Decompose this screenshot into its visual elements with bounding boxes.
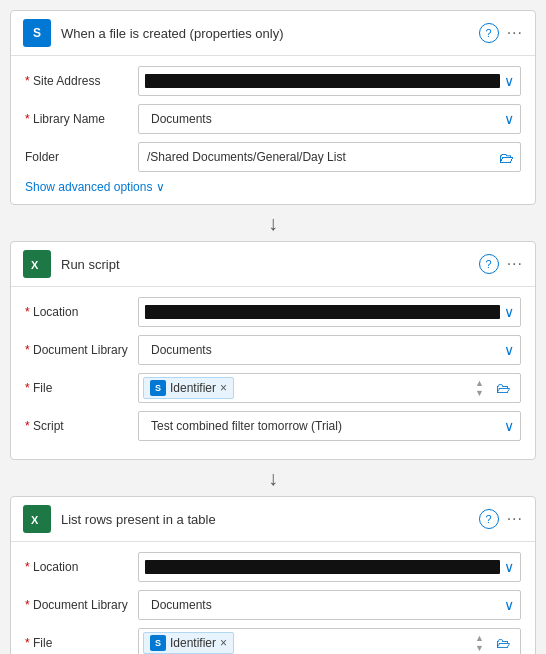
card2-doc-library-value: Documents	[145, 339, 500, 361]
svg-text:X: X	[31, 514, 39, 526]
card3-header: X List rows present in a table ? ···	[11, 497, 535, 542]
card1-library-name-label: Library Name	[25, 112, 130, 126]
card2-script-value: Test combined filter tomorrow (Trial)	[145, 415, 500, 437]
card2-location-input[interactable]: ∨	[138, 297, 521, 327]
excel-icon2: X	[29, 511, 45, 527]
card1-folder-input[interactable]: /Shared Documents/General/Day List 🗁	[138, 142, 521, 172]
card2-location-label: Location	[25, 305, 130, 319]
card1-header: S When a file is created (properties onl…	[11, 11, 535, 56]
card3-location-row: Location ∨	[25, 552, 521, 582]
card3-more-icon[interactable]: ···	[507, 510, 523, 528]
card3-file-row: File S Identifier × ▲ ▼ 🗁	[25, 628, 521, 654]
card2-location-row: Location ∨	[25, 297, 521, 327]
card3-file-stepper[interactable]: ▲ ▼	[475, 634, 486, 653]
card1-library-name-arrow[interactable]: ∨	[504, 111, 514, 127]
card2-doc-library-row: Document Library Documents ∨	[25, 335, 521, 365]
card1-library-name-value: Documents	[145, 108, 500, 130]
card2-script-input[interactable]: Test combined filter tomorrow (Trial) ∨	[138, 411, 521, 441]
card3-icon: X	[23, 505, 51, 533]
card2-help-icon[interactable]: ?	[479, 254, 499, 274]
card1-help-icon[interactable]: ?	[479, 23, 499, 43]
card3-actions: ? ···	[479, 509, 523, 529]
card3-file-input[interactable]: S Identifier × ▲ ▼ 🗁	[138, 628, 521, 654]
card2-script-row: Script Test combined filter tomorrow (Tr…	[25, 411, 521, 441]
card1-folder-row: Folder /Shared Documents/General/Day Lis…	[25, 142, 521, 172]
card1-site-address-input[interactable]: ∨	[138, 66, 521, 96]
card2-file-tag: S Identifier ×	[143, 377, 234, 399]
card3-file-label: File	[25, 636, 130, 650]
card2-header: X Run script ? ···	[11, 242, 535, 287]
card1-show-advanced-chevron: ∨	[156, 180, 165, 194]
card2-file-tag-label: Identifier	[170, 381, 216, 395]
card2-location-redacted	[145, 305, 500, 319]
card3-doc-library-input[interactable]: Documents ∨	[138, 590, 521, 620]
card3-doc-library-value: Documents	[145, 594, 500, 616]
card2-doc-library-label: Document Library	[25, 343, 130, 357]
card2-location-arrow[interactable]: ∨	[504, 304, 514, 320]
card3-location-label: Location	[25, 560, 130, 574]
card3-location-redacted	[145, 560, 500, 574]
card1-site-address-label: Site Address	[25, 74, 130, 88]
card3-location-arrow[interactable]: ∨	[504, 559, 514, 575]
card2-icon: X	[23, 250, 51, 278]
connector2: ↓	[10, 460, 536, 496]
card1-site-address-redacted	[145, 74, 500, 88]
excel-icon: X	[29, 256, 45, 272]
card1-folder-icon[interactable]: 🗁	[493, 145, 520, 170]
card3-file-tag-icon: S	[150, 635, 166, 651]
card3-body: Location ∨ Document Library Documents ∨ …	[11, 542, 535, 654]
card1-more-icon[interactable]: ···	[507, 24, 523, 42]
card1-actions: ? ···	[479, 23, 523, 43]
card3-location-input[interactable]: ∨	[138, 552, 521, 582]
card3-doc-library-label: Document Library	[25, 598, 130, 612]
card2-doc-library-arrow[interactable]: ∨	[504, 342, 514, 358]
card-when-file-created: S When a file is created (properties onl…	[10, 10, 536, 205]
card2-file-folder-btn[interactable]: 🗁	[490, 376, 516, 400]
card2-file-input[interactable]: S Identifier × ▲ ▼ 🗁	[138, 373, 521, 403]
card2-file-tag-close[interactable]: ×	[220, 381, 227, 395]
card3-file-tag-close[interactable]: ×	[220, 636, 227, 650]
card-run-script: X Run script ? ··· Location ∨ Document L…	[10, 241, 536, 460]
card2-file-label: File	[25, 381, 130, 395]
card1-library-name-input[interactable]: Documents ∨	[138, 104, 521, 134]
card2-title: Run script	[61, 257, 469, 272]
card1-site-address-row: Site Address ∨	[25, 66, 521, 96]
card1-show-advanced-label: Show advanced options	[25, 180, 152, 194]
card2-script-label: Script	[25, 419, 130, 433]
card1-icon: S	[23, 19, 51, 47]
card3-doc-library-arrow[interactable]: ∨	[504, 597, 514, 613]
svg-text:X: X	[31, 259, 39, 271]
card1-folder-value: /Shared Documents/General/Day List	[139, 146, 493, 168]
card1-folder-label: Folder	[25, 150, 130, 164]
card3-file-tag-label: Identifier	[170, 636, 216, 650]
card-list-rows: X List rows present in a table ? ··· Loc…	[10, 496, 536, 654]
card2-doc-library-input[interactable]: Documents ∨	[138, 335, 521, 365]
connector1: ↓	[10, 205, 536, 241]
card2-file-tag-icon: S	[150, 380, 166, 396]
card2-file-row: File S Identifier × ▲ ▼ 🗁	[25, 373, 521, 403]
card1-show-advanced[interactable]: Show advanced options ∨	[25, 180, 521, 194]
card3-doc-library-row: Document Library Documents ∨	[25, 590, 521, 620]
card1-library-name-row: Library Name Documents ∨	[25, 104, 521, 134]
card2-body: Location ∨ Document Library Documents ∨ …	[11, 287, 535, 459]
card1-body: Site Address ∨ Library Name Documents ∨ …	[11, 56, 535, 204]
card3-file-tag: S Identifier ×	[143, 632, 234, 654]
card2-actions: ? ···	[479, 254, 523, 274]
card2-file-stepper[interactable]: ▲ ▼	[475, 379, 486, 398]
card2-more-icon[interactable]: ···	[507, 255, 523, 273]
card2-script-arrow[interactable]: ∨	[504, 418, 514, 434]
card3-title: List rows present in a table	[61, 512, 469, 527]
card3-help-icon[interactable]: ?	[479, 509, 499, 529]
card1-site-address-arrow[interactable]: ∨	[504, 73, 514, 89]
card3-file-folder-btn[interactable]: 🗁	[490, 631, 516, 654]
card1-title: When a file is created (properties only)	[61, 26, 469, 41]
